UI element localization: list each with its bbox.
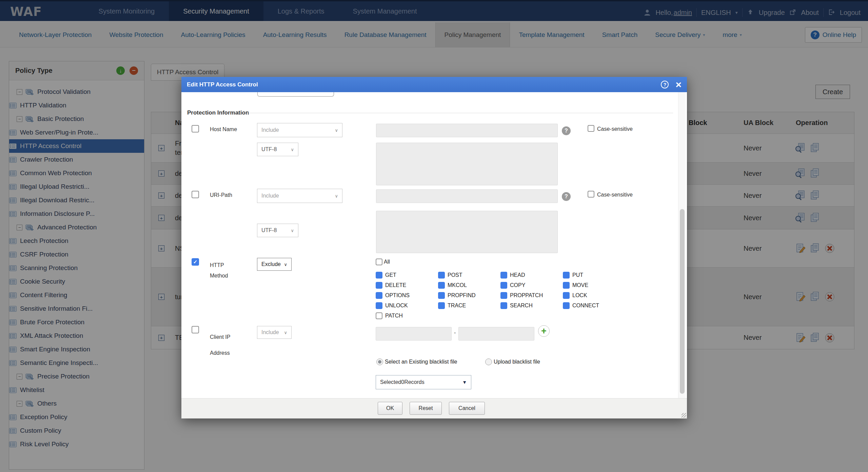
client-ip-match-select: Include∨ bbox=[257, 326, 292, 339]
method-option: OPTIONS bbox=[376, 290, 438, 301]
modal-scrollbar[interactable] bbox=[678, 92, 686, 398]
uri-case-sensitive-label: Case-sensitive bbox=[597, 192, 633, 198]
host-case-sensitive-checkbox[interactable] bbox=[588, 125, 594, 132]
http-method-checkbox[interactable]: ✓ bbox=[192, 258, 199, 266]
chevron-down-icon: ∨ bbox=[284, 330, 287, 335]
method-option: POST bbox=[438, 270, 500, 280]
edit-http-access-control-dialog: Edit HTTP Access Control ? × Protection … bbox=[181, 77, 687, 418]
blacklist-upload-label: Upload blacklist file bbox=[494, 359, 540, 365]
host-help-icon: ? bbox=[562, 126, 571, 135]
method-all-label: All bbox=[384, 259, 390, 265]
method-checkbox[interactable] bbox=[438, 292, 445, 299]
uri-path-input bbox=[376, 189, 558, 203]
host-name-textarea bbox=[376, 143, 558, 185]
method-option: LOCK bbox=[563, 290, 625, 301]
method-checkbox[interactable] bbox=[500, 282, 507, 289]
method-checkbox[interactable] bbox=[376, 312, 382, 319]
uri-charset-select: UTF-8∨ bbox=[257, 224, 298, 237]
dialog-footer: OK Reset Cancel bbox=[181, 398, 687, 418]
client-ip-checkbox[interactable] bbox=[192, 326, 199, 333]
cancel-button[interactable]: Cancel bbox=[449, 402, 485, 415]
chevron-down-icon: ∨ bbox=[284, 262, 287, 267]
method-all: All bbox=[376, 259, 390, 265]
section-divider bbox=[248, 113, 673, 113]
host-charset-select: UTF-8∨ bbox=[257, 143, 298, 156]
method-option: UNLOCK bbox=[376, 301, 438, 311]
host-name-label: Host Name bbox=[210, 126, 237, 132]
scrollbar-thumb[interactable] bbox=[680, 209, 685, 394]
http-method-label: HTTP Method bbox=[210, 260, 228, 281]
blacklist-existing-option: Select an Existing blacklist file bbox=[376, 358, 457, 365]
method-option: GET bbox=[376, 270, 438, 280]
method-option: PATCH bbox=[376, 311, 438, 321]
uri-help-icon: ? bbox=[562, 192, 571, 201]
ip-range-end-input bbox=[458, 327, 534, 341]
chevron-down-icon: ∨ bbox=[291, 228, 294, 233]
host-name-checkbox[interactable] bbox=[192, 125, 199, 132]
close-icon[interactable]: × bbox=[675, 80, 682, 89]
uri-path-textarea bbox=[376, 211, 558, 253]
blacklist-existing-label: Select an Existing blacklist file bbox=[385, 359, 457, 365]
uri-match-select: Include∨ bbox=[257, 189, 342, 203]
method-option: DELETE bbox=[376, 280, 438, 290]
uri-path-checkbox[interactable] bbox=[192, 191, 199, 198]
add-ip-range-button[interactable]: + bbox=[538, 325, 550, 337]
blacklist-upload-radio[interactable] bbox=[485, 358, 492, 365]
method-checkbox[interactable] bbox=[376, 302, 382, 309]
method-option: TRACE bbox=[438, 301, 500, 311]
method-option: MOVE bbox=[563, 280, 625, 290]
method-checkbox[interactable] bbox=[563, 302, 570, 309]
method-checkbox[interactable] bbox=[376, 272, 382, 279]
method-checkbox[interactable] bbox=[500, 302, 507, 309]
dialog-header: Edit HTTP Access Control ? × bbox=[181, 77, 687, 92]
method-checkbox[interactable] bbox=[563, 292, 570, 299]
host-name-input bbox=[376, 124, 558, 137]
method-option: SEARCH bbox=[500, 301, 563, 311]
method-option: PUT bbox=[563, 270, 625, 280]
method-checkbox[interactable] bbox=[376, 292, 382, 299]
method-option: PROPFIND bbox=[438, 290, 500, 301]
method-match-select[interactable]: Exclude∨ bbox=[257, 258, 292, 271]
method-checkbox[interactable] bbox=[563, 282, 570, 289]
method-checkbox[interactable] bbox=[438, 282, 445, 289]
method-option: PROPPATCH bbox=[500, 290, 563, 301]
chevron-down-icon: ▼ bbox=[462, 379, 467, 385]
ok-button[interactable]: OK bbox=[378, 402, 402, 415]
uri-path-label: URI-Path bbox=[210, 192, 232, 198]
method-checkbox[interactable] bbox=[438, 302, 445, 309]
method-checkbox[interactable] bbox=[376, 282, 382, 289]
method-option: COPY bbox=[500, 280, 563, 290]
host-case-sensitive-label: Case-sensitive bbox=[597, 126, 633, 132]
method-all-checkbox[interactable] bbox=[376, 259, 382, 265]
method-checkbox[interactable] bbox=[500, 292, 507, 299]
section-title: Protection Information bbox=[187, 109, 249, 116]
method-option: MKCOL bbox=[438, 280, 500, 290]
client-ip-label: Client IP Address bbox=[210, 329, 230, 361]
method-option: HEAD bbox=[500, 270, 563, 280]
reset-button[interactable]: Reset bbox=[410, 402, 442, 415]
blacklist-upload-option: Upload blacklist file bbox=[485, 358, 540, 365]
method-checkbox[interactable] bbox=[500, 272, 507, 279]
method-option: CONNECT bbox=[563, 301, 625, 311]
blacklist-records-select[interactable]: Selected0Records ▼ bbox=[376, 375, 471, 389]
dialog-title: Edit HTTP Access Control bbox=[187, 81, 661, 88]
uri-case-sensitive-checkbox[interactable] bbox=[588, 191, 594, 198]
dialog-help-icon[interactable]: ? bbox=[661, 81, 669, 88]
ip-range-start-input bbox=[376, 327, 452, 341]
chevron-down-icon: ∨ bbox=[335, 193, 338, 199]
chevron-down-icon: ∨ bbox=[335, 128, 338, 133]
host-match-select: Include∨ bbox=[257, 123, 342, 137]
method-checkbox[interactable] bbox=[438, 272, 445, 279]
method-checkbox[interactable] bbox=[563, 272, 570, 279]
http-methods-grid: GET POST HEAD PUT DELETE bbox=[376, 270, 625, 321]
blacklist-existing-radio[interactable] bbox=[376, 358, 383, 365]
ip-range-separator: - bbox=[454, 330, 456, 336]
chevron-down-icon: ∨ bbox=[291, 147, 294, 152]
resize-handle-icon[interactable] bbox=[682, 413, 686, 418]
scrolled-field-fragment bbox=[257, 92, 334, 97]
